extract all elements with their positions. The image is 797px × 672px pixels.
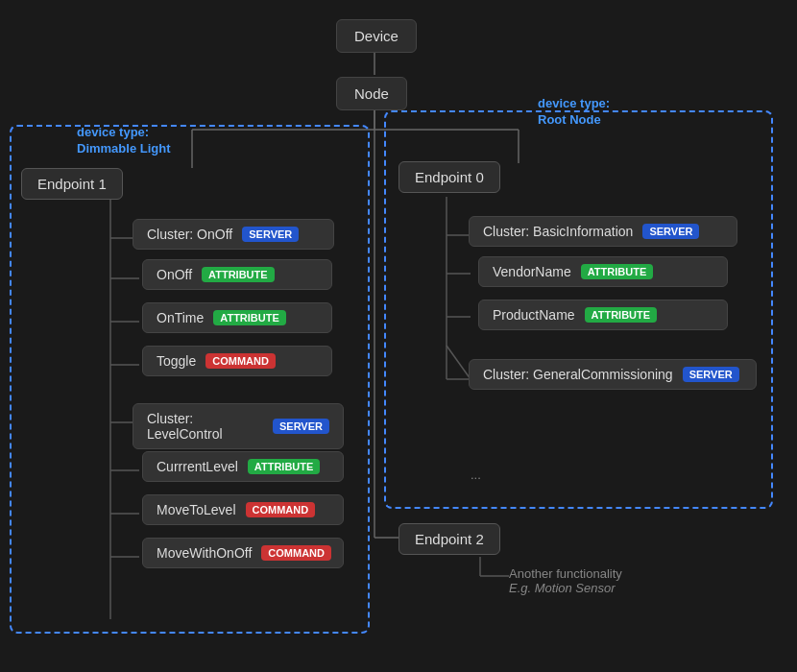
- cluster-basicinfo: Cluster: BasicInformation SERVER: [469, 216, 737, 247]
- attr-ontime-badge: ATTRIBUTE: [213, 310, 286, 325]
- endpoint2-subtext: Another functionality E.g. Motion Sensor: [509, 566, 622, 595]
- attr-vendorname-label: VendorName: [493, 264, 571, 279]
- cluster-levelcontrol: Cluster: LevelControl SERVER: [133, 403, 344, 449]
- endpoint0-label: Endpoint 0: [415, 169, 484, 185]
- ellipsis-text: ...: [471, 468, 481, 482]
- endpoint2-label: Endpoint 2: [415, 531, 484, 547]
- cmd-movewithonoff-badge: COMMAND: [261, 545, 331, 561]
- cluster-levelcontrol-badge: SERVER: [273, 419, 329, 434]
- cmd-toggle: Toggle COMMAND: [142, 346, 332, 376]
- attr-onoff: OnOff ATTRIBUTE: [142, 259, 332, 290]
- attr-productname-label: ProductName: [493, 307, 575, 323]
- cmd-movetolevel-label: MoveToLevel: [157, 502, 236, 517]
- endpoint1-box: Endpoint 1: [21, 168, 123, 200]
- cluster-levelcontrol-label: Cluster: LevelControl: [147, 411, 263, 442]
- attr-currentlevel: CurrrentLevel ATTRIBUTE: [142, 451, 344, 482]
- attr-productname: ProductName ATTRIBUTE: [478, 300, 728, 330]
- cmd-movewithonoff-label: MoveWithOnOff: [157, 545, 252, 561]
- cmd-movewithonoff: MoveWithOnOff COMMAND: [142, 538, 344, 568]
- cluster-generalcommissioning: Cluster: GeneralCommissioning SERVER: [469, 359, 757, 390]
- cluster-onoff: Cluster: OnOff SERVER: [133, 219, 334, 250]
- node-label: Node: [354, 85, 389, 102]
- endpoint2-box: Endpoint 2: [398, 523, 500, 555]
- node-node: Node: [336, 77, 407, 110]
- cluster-generalcommissioning-label: Cluster: GeneralCommissioning: [483, 367, 673, 382]
- cmd-movetolevel-badge: COMMAND: [246, 502, 316, 517]
- endpoint1-label: Endpoint 1: [37, 176, 107, 192]
- attr-currentlevel-badge: ATTRIBUTE: [248, 459, 321, 474]
- endpoint0-box: Endpoint 0: [398, 161, 500, 193]
- cmd-movetolevel: MoveToLevel COMMAND: [142, 494, 344, 525]
- attr-currentlevel-label: CurrrentLevel: [157, 459, 238, 474]
- attr-vendorname-badge: ATTRIBUTE: [581, 264, 654, 279]
- cmd-toggle-label: Toggle: [157, 353, 196, 369]
- diagram: Device Node device type: Dimmable Light …: [0, 0, 797, 672]
- device-node: Device: [336, 19, 417, 53]
- cluster-basicinfo-label: Cluster: BasicInformation: [483, 224, 633, 239]
- attr-productname-badge: ATTRIBUTE: [585, 307, 658, 323]
- cluster-generalcommissioning-badge: SERVER: [683, 367, 739, 382]
- attr-ontime-label: OnTime: [157, 310, 204, 325]
- attr-onoff-badge: ATTRIBUTE: [202, 267, 275, 282]
- attr-ontime: OnTime ATTRIBUTE: [142, 302, 332, 333]
- cluster-basicinfo-badge: SERVER: [642, 224, 699, 239]
- attr-onoff-label: OnOff: [157, 267, 192, 282]
- device-label: Device: [354, 28, 398, 44]
- cluster-onoff-label: Cluster: OnOff: [147, 227, 232, 242]
- cluster-onoff-badge: SERVER: [242, 227, 299, 242]
- attr-vendorname: VendorName ATTRIBUTE: [478, 256, 728, 287]
- cmd-toggle-badge: COMMAND: [205, 353, 276, 369]
- root-type-line1: device type:: [538, 96, 610, 110]
